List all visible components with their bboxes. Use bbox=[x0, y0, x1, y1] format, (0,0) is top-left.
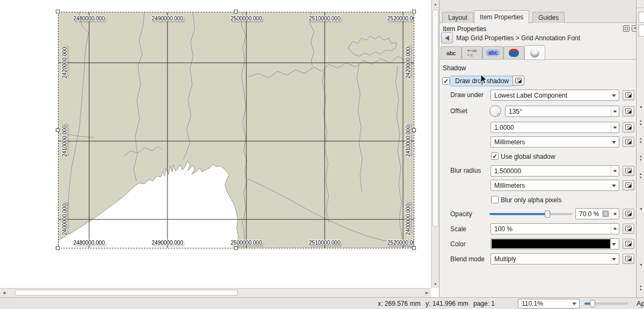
map-item[interactable]: 2480000.000 2490000.000 2500000.000 2510… bbox=[58, 12, 414, 248]
blur-units-select[interactable]: Millimeters bbox=[491, 180, 619, 191]
draw-drop-shadow-checkbox[interactable]: ✓ bbox=[442, 77, 450, 85]
data-defined-override-button[interactable] bbox=[623, 209, 634, 219]
scale-spinbox[interactable]: 100 % bbox=[491, 223, 619, 234]
blend-mode-select[interactable]: Multiply bbox=[491, 253, 619, 264]
data-defined-override-button[interactable] bbox=[623, 90, 634, 100]
selection-handle[interactable] bbox=[56, 10, 60, 13]
spin-buttons[interactable] bbox=[611, 166, 619, 176]
mouse-cursor bbox=[480, 74, 488, 85]
data-defined-override-button[interactable] bbox=[623, 106, 634, 116]
map-graphic bbox=[58, 12, 414, 248]
partial-widget-fragment: ▲▼ bbox=[639, 154, 642, 162]
vertical-scrollbar[interactable]: ▲ ▼ bbox=[431, 0, 439, 288]
chevron-down-icon bbox=[612, 243, 616, 248]
partial-widget-fragment: ▲▼ bbox=[639, 172, 642, 180]
color-dropdown[interactable] bbox=[610, 239, 619, 249]
breadcrumb: Map Grid Properties > Grid Annotation Fo… bbox=[456, 34, 580, 42]
spin-buttons[interactable] bbox=[611, 209, 619, 219]
scroll-up-icon[interactable]: ▲ bbox=[431, 0, 440, 8]
clear-icon[interactable]: ✕ bbox=[602, 210, 609, 217]
grid-label: 2420000.000 bbox=[406, 47, 411, 78]
data-defined-override-button[interactable] bbox=[513, 76, 524, 86]
opacity-spinbox[interactable]: 70.0 % ✕ bbox=[575, 208, 619, 219]
spin-down-icon bbox=[613, 228, 617, 232]
tab-background[interactable] bbox=[503, 46, 524, 60]
blur-radius-spinbox[interactable]: 1.500000 bbox=[491, 165, 619, 176]
map-frame: 2480000.000 2490000.000 2500000.000 2510… bbox=[58, 12, 414, 248]
color-swatch bbox=[492, 239, 611, 248]
buffer-tab-icon: abc bbox=[486, 49, 500, 56]
tab-formatting[interactable]: ++ab< c bbox=[462, 46, 482, 60]
tab-item-properties[interactable]: Item Properties bbox=[474, 10, 529, 24]
data-defined-override-button[interactable] bbox=[623, 122, 634, 133]
spin-buttons[interactable] bbox=[611, 224, 619, 234]
data-defined-override-button[interactable] bbox=[623, 137, 634, 147]
horizontal-scrollbar[interactable]: ◀ ▶ bbox=[0, 288, 431, 297]
selection-handle[interactable] bbox=[412, 128, 416, 132]
expression-icon bbox=[625, 168, 632, 173]
data-defined-override-button[interactable] bbox=[623, 166, 634, 176]
selection-handle[interactable] bbox=[56, 128, 60, 132]
panel-title: Item Properties bbox=[443, 25, 486, 33]
spin-buttons[interactable] bbox=[611, 106, 619, 116]
blur-alpha-label[interactable]: Blur only alpha pixels bbox=[501, 196, 561, 204]
zoom-slider[interactable] bbox=[584, 303, 628, 305]
zoom-level-combobox[interactable]: 110.1% bbox=[518, 299, 580, 308]
data-defined-override-button[interactable] bbox=[623, 224, 634, 234]
opacity-label: Opacity bbox=[450, 210, 472, 218]
back-button[interactable] bbox=[441, 32, 453, 43]
scroll-right-icon[interactable]: ▶ bbox=[423, 289, 431, 297]
data-defined-override-button[interactable] bbox=[623, 254, 634, 264]
grid-label: 2490000.000 bbox=[152, 16, 183, 21]
grid-label: 2510000.000 bbox=[309, 240, 340, 246]
horizontal-scrollbar-thumb[interactable] bbox=[15, 290, 238, 296]
float-panel-icon[interactable] bbox=[623, 25, 630, 32]
layout-canvas[interactable]: 2480000.000 2490000.000 2500000.000 2510… bbox=[0, 0, 439, 297]
partial-widget-fragment bbox=[636, 8, 644, 8]
blur-alpha-checkbox[interactable] bbox=[491, 196, 499, 203]
cursor-x-readout: x: 269.576 mm bbox=[378, 300, 420, 307]
tab-layout[interactable]: Layout bbox=[442, 12, 473, 23]
opacity-slider-handle[interactable] bbox=[545, 210, 550, 218]
grid-label: 2400000.000 bbox=[62, 204, 68, 235]
offset-distance-spinbox[interactable]: 1.0000 bbox=[491, 122, 619, 133]
scroll-left-icon[interactable]: ◀ bbox=[0, 289, 8, 297]
offset-angle-dial[interactable] bbox=[489, 105, 501, 117]
tab-shadow[interactable] bbox=[524, 45, 545, 60]
data-defined-override-button[interactable] bbox=[623, 180, 634, 190]
draw-under-select[interactable]: Lowest Label Component bbox=[491, 90, 619, 101]
font-settings-tab-bar: abc ++ab< c abc bbox=[440, 45, 636, 60]
formatting-tab-icon: ++ab< c bbox=[467, 49, 477, 57]
data-defined-override-button[interactable] bbox=[623, 239, 634, 249]
scroll-down-icon[interactable]: ▼ bbox=[431, 280, 440, 288]
spin-buttons[interactable] bbox=[611, 122, 619, 133]
use-global-shadow-checkbox[interactable]: ✓ bbox=[491, 152, 499, 160]
partial-widget-fragment: ▼ bbox=[639, 263, 643, 267]
use-global-shadow-label[interactable]: Use global shadow bbox=[501, 153, 555, 160]
zoom-slider-handle[interactable] bbox=[590, 300, 595, 307]
selection-handle[interactable] bbox=[412, 10, 416, 13]
selection-handle[interactable] bbox=[234, 10, 238, 13]
selection-handle[interactable] bbox=[234, 246, 238, 250]
tab-guides[interactable]: Guides bbox=[532, 12, 565, 23]
partial-widget-fragment bbox=[639, 25, 644, 36]
grid-label: 2500000.000 bbox=[231, 240, 262, 246]
grid-label: 2520000.000 bbox=[387, 16, 414, 21]
grid-label: 2500000.000 bbox=[231, 16, 262, 21]
grid-label: 2480000.000 bbox=[74, 16, 105, 21]
text-tab-icon: abc bbox=[447, 50, 456, 56]
shadow-color-button[interactable] bbox=[491, 238, 619, 249]
tab-text[interactable]: abc bbox=[441, 46, 462, 60]
expression-icon bbox=[625, 256, 632, 261]
selection-handle[interactable] bbox=[412, 246, 416, 250]
offset-angle-spinbox[interactable]: 135° bbox=[505, 106, 619, 117]
opacity-slider[interactable] bbox=[489, 213, 573, 215]
expression-icon bbox=[625, 241, 632, 246]
background-tab-icon bbox=[509, 49, 519, 57]
selection-handle[interactable] bbox=[56, 246, 60, 250]
spin-down-icon bbox=[613, 127, 617, 130]
grid-label: 2400000.000 bbox=[406, 204, 411, 235]
tab-buffer[interactable]: abc bbox=[482, 46, 503, 60]
offset-units-select[interactable]: Millimeters bbox=[491, 136, 619, 148]
vertical-scrollbar-thumb[interactable] bbox=[433, 10, 438, 226]
